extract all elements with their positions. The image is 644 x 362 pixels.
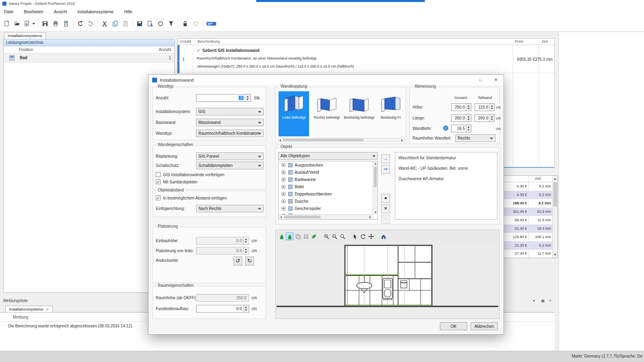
tree-vscrollbar[interactable] [373,161,378,215]
cancel-button[interactable]: Abbrechen [471,322,498,330]
new-file-icon[interactable] [2,19,12,29]
fussboden-field[interactable]: 0.0 [196,305,249,313]
menu-installationssysteme[interactable]: Installationssysteme [78,10,114,14]
hoehe-gesamt-field[interactable]: 250.0 [451,103,471,111]
panel-close-icon[interactable]: × [549,298,551,303]
spinner[interactable] [466,115,471,121]
expander-icon[interactable] [282,185,285,189]
menu-ansicht[interactable]: Ansicht [54,10,67,14]
maximize-icon[interactable]: □ [473,75,488,85]
table-scrollbar[interactable] [552,176,557,258]
info-panel-icon[interactable] [204,19,218,29]
rotate-right-button[interactable]: ↻ [245,257,254,265]
hot-water-icon[interactable] [286,232,293,240]
layers-icon[interactable] [294,232,301,240]
tree-item-ausgussbecken[interactable]: Ausgussbecken [279,161,373,169]
fussboden-spinner[interactable] [243,305,249,312]
tab-installationssysteme[interactable]: Installationssysteme [4,32,46,39]
einbauhoehe-field[interactable]: 0.0 [196,237,249,245]
laenge-gesamt-field[interactable]: 260.0 [451,114,471,122]
add-object-button[interactable]: → [381,154,390,163]
table-row[interactable]: 6.35 €6.2 min [504,182,553,191]
wandtyp-select[interactable]: Raumhoch/halbhoch Kombination [196,130,264,137]
objekttyp-filter-select[interactable]: Alle Objekttypen [278,152,378,160]
lv-detail-row[interactable]: 1 ✓ Geberit GIS Installationswand Raumho… [178,45,554,73]
zoom-in-icon[interactable] [322,232,330,240]
save-template-icon[interactable] [134,19,145,29]
help-disabled-icon[interactable] [190,19,201,29]
vonlinks-field[interactable]: 0.0 [196,247,249,255]
tree-hscrollbar[interactable] [279,214,373,219]
tree-item-auslauf-ventil[interactable]: Auslauf/Ventil [279,169,373,176]
dialog-titlebar[interactable]: Installationswand □ × [149,75,504,85]
table-row[interactable]: 21.30 €6.2 min [504,241,553,250]
pan-icon[interactable] [367,232,375,240]
laenge-teilwand-field[interactable]: 260.0 [475,114,495,122]
save-icon[interactable] [40,19,50,29]
cut-icon[interactable] [99,19,110,29]
kopplung-links-befestigt[interactable]: Links befestigt [279,91,309,136]
save-as-icon[interactable] [23,19,36,29]
report-icon[interactable] [61,19,71,29]
table-row[interactable]: 6.35 €6.2 min [504,191,553,199]
kopplung-beidseitig-befestigt[interactable]: Beidseitig befestigt [344,91,374,136]
close-icon[interactable]: × [488,75,504,85]
add-all-objects-button[interactable]: ⇒ [381,165,390,174]
tree-item-doppelwaschbecken[interactable]: Doppelwaschbecken [279,190,373,197]
expander-icon[interactable] [282,200,285,203]
raumhoehe-field[interactable]: 250.0 [196,294,249,302]
tree-item-badewanne[interactable]: Badewanne [279,176,373,183]
expander-icon[interactable] [282,207,285,210]
raumhoher-wandteil-select[interactable]: Rechts [455,134,495,142]
export-user-icon[interactable] [145,19,155,29]
basiswand-select[interactable]: Massivwand [196,119,264,126]
hoehe-teilwand-field[interactable]: 115.0 [475,103,495,111]
select-object-button[interactable]: ● [381,194,390,203]
tree-item-bidet[interactable]: Bidet [279,183,373,190]
panel-minimize-icon[interactable]: ▾ [533,298,535,303]
expander-icon[interactable] [282,171,285,174]
table-row[interactable]: 21.40 €18.3 min [504,224,553,233]
rotate-view-icon[interactable] [359,232,367,240]
table-row[interactable]: 321.40 €62.3 min [504,208,553,216]
installationssystem-select[interactable]: GIS [196,108,264,115]
panel-float-icon[interactable]: ▣ [541,298,545,303]
table-row[interactable]: 27.40 €11.7 min [504,250,553,258]
table-row[interactable]: 126.90 €105.1 min [504,233,553,241]
position-row-bad[interactable]: Bad 1 [4,53,174,63]
print-icon[interactable] [50,19,61,29]
spinner[interactable] [489,104,494,111]
preview-canvas[interactable] [277,241,498,318]
expander-icon[interactable] [282,192,285,196]
einbauhoehe-spinner[interactable] [243,237,249,244]
tree-item-geschirrspueler[interactable]: Geschirrspüler [279,205,373,212]
vorfertigen-checkbox[interactable] [156,172,161,177]
expander-icon[interactable] [282,163,285,167]
schallschutz-select[interactable]: Schalldämmplatten [196,162,264,169]
info-icon[interactable]: i [443,125,448,131]
redo-icon[interactable] [85,19,96,29]
filter-icon[interactable] [166,19,176,29]
kopplung-beidseitig-frei[interactable]: Beidseitig Fr [376,91,406,136]
leaf-icon[interactable] [310,232,318,240]
tab-meldungen-installationssysteme[interactable]: Installationssysteme ✓ [5,306,53,313]
home-view-icon[interactable] [380,232,387,240]
tree-item-dusche[interactable]: Dusche [279,197,373,205]
copy-icon[interactable] [110,19,120,29]
menu-hilfe[interactable]: Hilfe [124,10,132,14]
zoom-fit-icon[interactable] [339,232,346,240]
beplankung-select[interactable]: GIS Paneel [196,152,264,160]
undo-icon[interactable] [75,19,85,29]
list-item[interactable]: Wand-WC - UP-Spülkasten, Bet. vorne [398,166,468,171]
table-row[interactable]: 196.40 €8.2 min [504,199,553,208]
circle-tool-icon[interactable] [155,19,166,29]
lock-icon[interactable] [180,19,190,29]
einfuegerichtung-select[interactable]: Nach Rechts [196,205,264,212]
spinner[interactable] [466,104,471,111]
ok-button[interactable]: OK [440,322,467,330]
table-row[interactable]: 98.40 €11.3 min [504,216,553,224]
expander-icon[interactable] [282,178,285,181]
clear-objects-button[interactable]: ▫ [381,215,390,224]
list-item[interactable]: Duschwanne AP-Armatur [398,177,444,181]
kopplung-rechts-befestigt[interactable]: Rechts befestigt [312,91,342,136]
